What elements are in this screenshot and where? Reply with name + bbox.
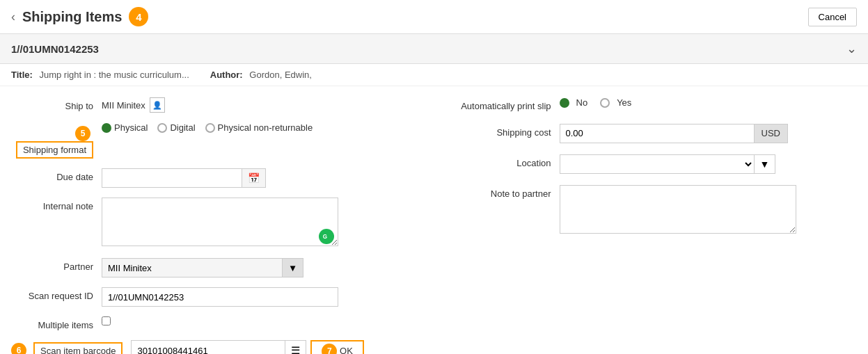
item-bar[interactable]: 1//01UMN0142253 ⌄: [0, 34, 868, 64]
title-label: Title:: [11, 70, 33, 80]
location-label: Location: [448, 154, 560, 168]
author-meta: Author: Gordon, Edwin,: [210, 70, 312, 80]
format-non-returnable[interactable]: Physical non-returnable: [205, 122, 313, 133]
scan-request-label: Scan request ID: [11, 287, 102, 301]
digital-label: Digital: [170, 122, 195, 133]
title-value: Jump right in : the music curriculum...: [39, 70, 189, 80]
note-to-partner-textarea[interactable]: [560, 185, 796, 234]
location-wrap: ▼: [560, 154, 776, 174]
non-returnable-radio-icon: [205, 123, 215, 133]
auto-yes-label: Yes: [617, 97, 631, 108]
ship-to-content: MII Minitex 👤: [102, 97, 420, 113]
back-button[interactable]: ‹: [11, 10, 15, 24]
title-meta: Title: Jump right in : the music curricu…: [11, 70, 189, 80]
scan-request-row: Scan request ID: [11, 287, 420, 307]
step-badge-7: 7: [322, 344, 337, 354]
shipping-cost-row: Shipping cost USD: [448, 124, 858, 143]
shipping-cost-content: USD: [560, 124, 858, 143]
multiple-items-checkbox[interactable]: [102, 316, 111, 325]
auto-print-row: Automatically print slip No Yes: [448, 97, 858, 113]
location-select[interactable]: [560, 154, 755, 174]
auto-print-content: No Yes: [560, 97, 858, 108]
multiple-items-row: Multiple items: [11, 316, 420, 330]
multiple-items-content: [102, 316, 420, 325]
cancel-button[interactable]: Cancel: [808, 8, 857, 26]
author-value: Gordon, Edwin,: [249, 70, 312, 80]
internal-note-content: G: [102, 198, 420, 248]
grammarly-button[interactable]: G: [319, 229, 334, 244]
auto-print-label: Automatically print slip: [448, 97, 560, 113]
note-to-partner-label: Note to partner: [448, 185, 560, 199]
multiple-items-label: Multiple items: [11, 316, 102, 330]
ship-to-row: Ship to MII Minitex 👤: [11, 97, 420, 113]
shipping-format-options: Physical Digital Physical non-returnable: [102, 122, 420, 133]
shipping-format-label-wrap: 5 Shipping format: [11, 122, 102, 159]
currency-badge: USD: [755, 124, 788, 143]
ship-to-value: MII Minitex: [102, 100, 145, 111]
auto-no-label: No: [576, 97, 588, 108]
scan-request-content: [102, 287, 420, 307]
internal-note-label: Internal note: [11, 198, 102, 211]
location-content: ▼: [560, 154, 858, 174]
svg-text:G: G: [323, 234, 327, 240]
page-header: ‹ Shipping Items 4 Cancel: [0, 0, 868, 34]
due-date-row: Due date 📅: [11, 168, 420, 188]
step-badge-5: 5: [75, 126, 90, 141]
shipping-format-row: 5 Shipping format Physical Digital Phys: [11, 122, 420, 159]
partner-dropdown-button[interactable]: ▼: [283, 258, 303, 277]
partner-input[interactable]: [102, 258, 283, 277]
format-digital[interactable]: Digital: [157, 122, 195, 133]
internal-note-row: Internal note G: [11, 198, 420, 248]
scan-barcode-label: Scan item barcode: [33, 342, 123, 355]
partner-label: Partner: [11, 258, 102, 272]
ok-button[interactable]: 7 OK: [310, 340, 363, 354]
due-date-input[interactable]: [102, 169, 242, 187]
scan-barcode-row: 6 Scan item barcode ☰ 7 OK: [11, 340, 420, 354]
physical-radio-icon: [102, 123, 111, 133]
chevron-down-icon: ⌄: [846, 41, 857, 56]
avatar-icon: 👤: [150, 97, 165, 113]
digital-radio-icon: [157, 123, 167, 133]
step-badge-6: 6: [11, 343, 26, 354]
main-form: Ship to MII Minitex 👤 5 Shipping format …: [0, 86, 868, 354]
format-radio-group: Physical Digital Physical non-returnable: [102, 122, 313, 133]
auto-no-radio-icon: [560, 98, 569, 108]
calendar-button[interactable]: 📅: [242, 169, 265, 187]
note-to-partner-row: Note to partner: [448, 185, 858, 234]
shipping-format-label: Shipping format: [16, 141, 93, 159]
partner-row: Partner ▼: [11, 258, 420, 277]
internal-note-textarea[interactable]: [102, 198, 338, 246]
form-left: Ship to MII Minitex 👤 5 Shipping format …: [11, 97, 420, 354]
shipping-cost-input[interactable]: [560, 124, 755, 143]
form-right: Automatically print slip No Yes Shipping…: [420, 97, 858, 354]
format-physical[interactable]: Physical: [102, 122, 148, 133]
shipping-cost-label: Shipping cost: [448, 124, 560, 138]
auto-yes-radio-icon: [600, 98, 610, 108]
physical-label: Physical: [114, 122, 148, 133]
date-input-wrap: 📅: [102, 168, 266, 188]
ship-to-label: Ship to: [11, 97, 102, 111]
internal-note-wrap: G: [102, 198, 338, 248]
ok-label: OK: [340, 346, 353, 354]
author-label: Author:: [210, 70, 243, 80]
scan-request-input[interactable]: [102, 287, 338, 307]
barcode-input[interactable]: [132, 341, 285, 354]
shipping-cost-wrap: USD: [560, 124, 788, 143]
location-row: Location ▼: [448, 154, 858, 174]
non-returnable-label: Physical non-returnable: [218, 122, 313, 133]
note-to-partner-content: [560, 185, 858, 234]
step-badge-4: 4: [129, 7, 148, 26]
partner-wrap: ▼: [102, 258, 303, 277]
scan-label-badge: 6 Scan item barcode: [11, 342, 123, 355]
meta-row: Title: Jump right in : the music curricu…: [0, 64, 868, 86]
partner-content: ▼: [102, 258, 420, 277]
item-id: 1//01UMN0142253: [11, 43, 99, 55]
barcode-list-button[interactable]: ☰: [285, 341, 306, 354]
header-left: ‹ Shipping Items 4: [11, 7, 148, 26]
due-date-label: Due date: [11, 168, 102, 182]
page-title: Shipping Items: [22, 9, 122, 25]
due-date-content: 📅: [102, 168, 420, 188]
barcode-input-wrap: ☰: [131, 340, 306, 354]
location-dropdown-button[interactable]: ▼: [755, 154, 776, 174]
